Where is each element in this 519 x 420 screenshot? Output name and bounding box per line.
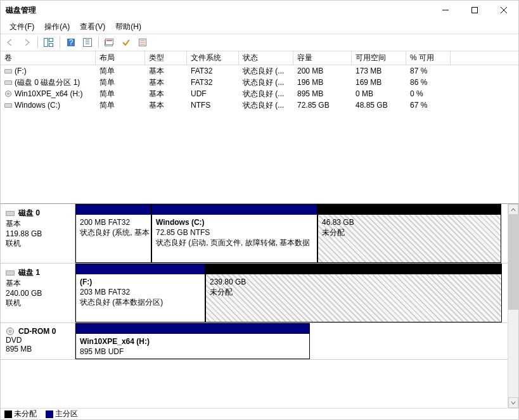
- table-row[interactable]: (磁盘 0 磁盘分区 1)简单基本FAT32状态良好 (...196 MB169…: [1, 77, 518, 88]
- vol-capacity: 200 MB: [293, 67, 352, 75]
- close-button[interactable]: [489, 1, 518, 20]
- disk-size: 240.00 GB: [6, 289, 70, 298]
- col-capacity[interactable]: 容量: [293, 51, 352, 65]
- svg-rect-22: [6, 271, 14, 275]
- vol-layout: 简单: [96, 66, 145, 77]
- forward-button: [20, 35, 34, 49]
- svg-rect-18: [5, 104, 11, 107]
- partition-size: 895 MB UDF: [80, 347, 124, 356]
- partition-unallocated[interactable]: 239.80 GB未分配: [205, 264, 502, 322]
- col-type[interactable]: 类型: [145, 51, 187, 65]
- col-percent[interactable]: % 可用: [406, 51, 451, 65]
- vol-layout: 简单: [96, 89, 145, 99]
- col-status[interactable]: 状态: [239, 51, 293, 65]
- scroll-thumb[interactable]: [508, 215, 518, 310]
- menu-view[interactable]: 查看(V): [75, 20, 110, 34]
- list-header: 卷 布局 类型 文件系统 状态 容量 可用空间 % 可用: [1, 51, 518, 65]
- vol-percent: 0 %: [406, 89, 451, 98]
- vol-type: 基本: [145, 66, 187, 77]
- disk-row-1: 磁盘 1 基本 240.00 GB 联机 (F:)203 MB FAT32状态良…: [1, 264, 508, 323]
- partition-title: Win10XPE_x64 (H:): [80, 337, 150, 346]
- svg-rect-6: [84, 39, 92, 47]
- svg-rect-0: [472, 8, 478, 13]
- vol-name: Windows (C:): [15, 101, 60, 110]
- partition-primary[interactable]: Windows (C:)72.85 GB NTFS状态良好 (启动, 页面文件,…: [151, 204, 317, 263]
- menubar: 文件(F) 操作(A) 查看(V) 帮助(H): [1, 20, 518, 34]
- partition-primary[interactable]: (F:)203 MB FAT32状态良好 (基本数据分区): [75, 264, 205, 322]
- maximize-button[interactable]: [460, 1, 489, 20]
- partition-status: 状态良好 (基本数据分区): [80, 298, 163, 307]
- col-layout[interactable]: 布局: [96, 51, 145, 65]
- disk-size: 895 MB: [6, 345, 70, 353]
- volume-list: 卷 布局 类型 文件系统 状态 容量 可用空间 % 可用 (F:)简单基本FAT…: [1, 51, 518, 203]
- partition-title: (F:): [80, 277, 92, 286]
- scrollbar-vertical[interactable]: [508, 204, 518, 408]
- partition-status: 未分配: [210, 288, 233, 296]
- partition-band: [152, 205, 317, 215]
- partition-band: [76, 264, 205, 274]
- toolbar-separator: [98, 37, 99, 48]
- list-icon[interactable]: [136, 35, 150, 49]
- partition-size: 200 MB FAT32: [80, 218, 130, 227]
- menu-file[interactable]: 文件(F): [4, 20, 39, 34]
- action-icon[interactable]: [119, 35, 133, 49]
- svg-rect-9: [106, 40, 112, 41]
- vol-fs: FAT32: [187, 78, 239, 87]
- svg-rect-14: [5, 81, 11, 84]
- toolbar-separator: [37, 37, 38, 48]
- vol-name: (磁盘 0 磁盘分区 1): [15, 77, 80, 88]
- minimize-button[interactable]: [431, 1, 460, 20]
- disk-map-1: (F:)203 MB FAT32状态良好 (基本数据分区)239.80 GB未分…: [75, 264, 508, 322]
- svg-rect-8: [106, 39, 113, 45]
- disk-icon: [6, 210, 15, 217]
- vol-capacity: 895 MB: [293, 89, 352, 98]
- legend-swatch-unalloc: [4, 410, 12, 418]
- svg-text:?: ?: [69, 38, 74, 47]
- partition-status: 状态良好 (系统, 基本: [80, 228, 150, 237]
- partition-unallocated[interactable]: 46.83 GB未分配: [317, 204, 501, 263]
- disk-map-pane: 磁盘 0 基本 119.88 GB 联机 200 MB FAT32状态良好 (系…: [1, 203, 518, 408]
- vol-free: 169 MB: [352, 78, 406, 87]
- table-row[interactable]: Win10XPE_x64 (H:)简单基本UDF状态良好 (...895 MB0…: [1, 88, 518, 99]
- disk-type: 基本: [6, 219, 70, 229]
- vol-status: 状态良好 (...: [239, 77, 293, 88]
- vol-status: 状态良好 (...: [239, 100, 293, 111]
- vol-fs: UDF: [187, 89, 239, 98]
- partition-primary[interactable]: Win10XPE_x64 (H:)895 MB UDF: [75, 323, 310, 359]
- disk-title: 磁盘 0: [18, 208, 40, 219]
- menu-help[interactable]: 帮助(H): [110, 20, 146, 34]
- disk-row-cd: CD-ROM 0 DVD 895 MB Win10XPE_x64 (H:)895…: [1, 323, 508, 360]
- col-filesystem[interactable]: 文件系统: [187, 51, 239, 65]
- refresh-button[interactable]: [80, 35, 94, 49]
- vol-status: 状态良好 (...: [239, 66, 293, 77]
- window-title: 磁盘管理: [6, 5, 431, 16]
- col-volume[interactable]: 卷: [1, 51, 96, 65]
- table-row[interactable]: Windows (C:)简单基本NTFS状态良好 (...72.85 GB48.…: [1, 99, 518, 111]
- col-free[interactable]: 可用空间: [352, 51, 406, 65]
- vol-type: 基本: [145, 100, 187, 111]
- partition-title: Windows (C:): [156, 218, 205, 227]
- toolbar-separator: [60, 37, 60, 48]
- views-button[interactable]: [42, 35, 56, 49]
- partition-status: 状态良好 (启动, 页面文件, 故障转储, 基本数据: [156, 238, 310, 247]
- vol-layout: 简单: [96, 77, 145, 88]
- menu-action[interactable]: 操作(A): [39, 20, 75, 34]
- help-button[interactable]: ?: [64, 35, 78, 49]
- drive-icon: [4, 102, 12, 108]
- rescan-button[interactable]: [103, 35, 117, 49]
- table-row[interactable]: (F:)简单基本FAT32状态良好 (...200 MB173 MB87 %: [1, 65, 518, 77]
- partition-primary[interactable]: 200 MB FAT32状态良好 (系统, 基本: [75, 204, 151, 263]
- svg-point-16: [8, 93, 9, 94]
- scroll-down-button[interactable]: [508, 397, 518, 408]
- vol-status: 状态良好 (...: [239, 89, 293, 99]
- vol-type: 基本: [145, 89, 187, 99]
- cd-icon: [4, 91, 12, 97]
- partition-band: [206, 264, 501, 274]
- partition-size: 203 MB FAT32: [80, 288, 130, 296]
- drive-icon: [4, 68, 12, 74]
- vol-fs: NTFS: [187, 101, 239, 110]
- scroll-up-button[interactable]: [508, 204, 518, 215]
- vol-layout: 简单: [96, 100, 145, 111]
- vol-name: (F:): [15, 67, 27, 75]
- legend-unalloc: 未分配: [14, 409, 37, 418]
